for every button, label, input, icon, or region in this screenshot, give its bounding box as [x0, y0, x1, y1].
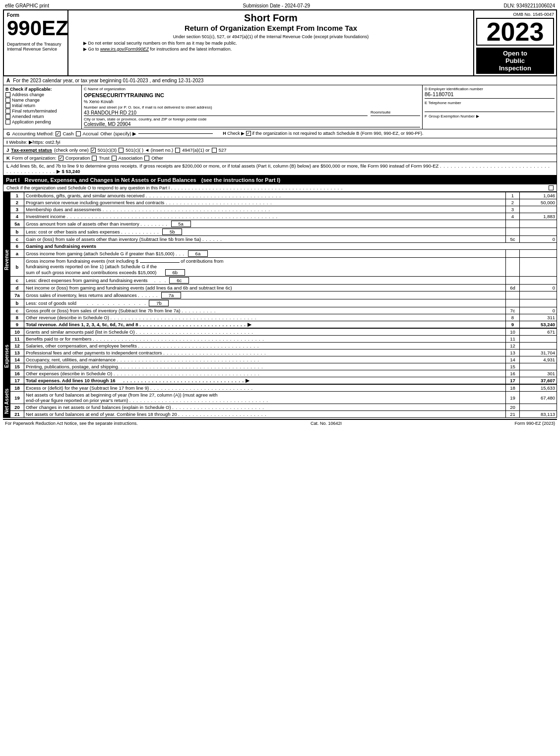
row6a-inline-ref: 6a	[188, 250, 208, 257]
expenses-section: Expenses 10 Grants and similar amounts p…	[3, 328, 557, 384]
h-checkbox[interactable]: ✓	[246, 131, 251, 136]
application-pending-label: Application pending	[12, 119, 51, 124]
row12-amount	[520, 343, 557, 349]
k-assoc-checkbox[interactable]	[112, 156, 117, 161]
c-address-value: 43 RANDOLPH RD 210	[84, 110, 368, 116]
row6b-label: Gross income from fundraising events (no…	[24, 258, 506, 277]
g-accrual-checkbox[interactable]	[76, 131, 81, 136]
e-phone-label: E Telephone number	[425, 101, 555, 105]
row6d-num: d	[10, 285, 24, 291]
initial-return-row: Initial return	[5, 103, 79, 108]
under-section: Under section 501(c), 527, or 4947(a)(1)…	[73, 34, 468, 39]
k-corporation: Corporation	[65, 155, 90, 161]
row19-amount: 67,480	[520, 392, 557, 404]
row14-label: Occupancy, rent, utilities, and maintena…	[24, 356, 506, 363]
table-row: 6 Gaming and fundraising events	[10, 243, 557, 250]
row5a-label: Gross amount from sale of assets other t…	[24, 220, 506, 228]
top-bar: efile GRAPHIC print Submission Date - 20…	[3, 2, 557, 10]
j-opt1-checkbox[interactable]: ✓	[91, 148, 96, 153]
k-other-checkbox[interactable]	[144, 156, 149, 161]
row2-ref: 2	[506, 199, 520, 206]
j-opt4-checkbox[interactable]	[212, 148, 217, 153]
j-text: Tax-exempt status	[11, 147, 52, 153]
j-opt3-checkbox[interactable]	[175, 148, 180, 153]
g-cash-checkbox[interactable]: ✓	[56, 131, 61, 136]
table-row: 13 Professional fees and other payments …	[10, 349, 557, 356]
irs-link[interactable]: www.irs.gov/Form990EZ	[100, 47, 149, 52]
table-row: 17 Total expenses. Add lines 10 through …	[10, 377, 557, 384]
c-address-label: Number and street (or P. O. box, if mail…	[84, 105, 420, 110]
row8-label: Other revenue (describe in Schedule O) .…	[24, 314, 506, 321]
table-row: 18 Excess or (deficit) for the year (Sub…	[10, 385, 557, 392]
b-label: B Check if applicable:	[5, 87, 79, 92]
part1-check-checkbox[interactable]	[549, 185, 554, 190]
j-opt2-checkbox[interactable]	[119, 148, 124, 153]
row4-num: 4	[10, 213, 24, 220]
row10-ref: 10	[506, 329, 520, 336]
row6d-ref: 6d	[506, 285, 520, 291]
row11-num: 11	[10, 336, 24, 343]
f-label: F	[425, 114, 427, 118]
row6-num: 6	[10, 243, 24, 250]
open-to-label: Open to	[477, 50, 553, 57]
name-change-checkbox[interactable]	[5, 98, 10, 103]
paperwork-note: For Paperwork Reduction Act Notice, see …	[5, 421, 138, 426]
application-pending-checkbox[interactable]	[5, 119, 10, 124]
revenue-table: 1 Contributions, gifts, grants, and simi…	[10, 192, 557, 328]
f-arrow: ▶	[476, 114, 479, 118]
amended-return-checkbox[interactable]	[5, 114, 10, 119]
row6a-amount	[520, 250, 557, 258]
initial-return-label: Initial return	[12, 103, 35, 108]
row15-amount	[520, 363, 557, 370]
row3-amount	[520, 206, 557, 213]
row1-ref: 1	[506, 192, 520, 199]
row7b-amount	[520, 299, 557, 307]
net-assets-side-label: Net Assets	[3, 384, 10, 418]
table-row: c Gain or (loss) from sale of assets oth…	[10, 236, 557, 243]
final-return-checkbox[interactable]	[5, 109, 10, 114]
row15-label: Printing, publications, postage, and shi…	[24, 363, 506, 370]
row20-num: 20	[10, 404, 24, 411]
initial-return-checkbox[interactable]	[5, 103, 10, 108]
table-row: 14 Occupancy, rent, utilities, and maint…	[10, 356, 557, 363]
row5b-ref	[506, 228, 520, 236]
row14-num: 14	[10, 356, 24, 363]
row13-num: 13	[10, 349, 24, 356]
j-opt3: 4947(a)(1) or	[182, 147, 209, 153]
open-to-public: Open to Public Inspection	[476, 48, 554, 74]
revenue-section: Revenue 1 Contributions, gifts, grants, …	[3, 192, 557, 328]
g-label: G	[6, 131, 10, 136]
table-row: 5a Gross amount from sale of assets othe…	[10, 220, 557, 228]
address-change-label: Address change	[12, 92, 44, 97]
k-trust-checkbox[interactable]	[92, 156, 97, 161]
bcdef-section: B Check if applicable: Address change Na…	[3, 85, 557, 129]
row14-ref: 14	[506, 356, 520, 363]
cat-no: Cat. No. 10642I	[311, 421, 342, 426]
part1-check-note: Check if the organization used Schedule …	[6, 185, 343, 190]
k-text: Form of organization:	[12, 155, 57, 161]
k-other: Other	[151, 155, 163, 161]
application-pending-row: Application pending	[5, 119, 79, 124]
row18-label: Excess or (deficit) for the year (Subtra…	[24, 385, 506, 392]
table-row: c Less: direct expenses from gaming and …	[10, 277, 557, 285]
row6a-label: Gross income from gaming (attach Schedul…	[24, 250, 506, 258]
row20-ref: 20	[506, 404, 520, 411]
row15-ref: 15	[506, 363, 520, 370]
row6a-ref	[506, 250, 520, 258]
section-c: C Name of organization OPENSECURITYTRAIN…	[82, 85, 423, 129]
j-check-one: (check only one)	[54, 147, 89, 153]
k-row: K Form of organization: ✓ Corporation Tr…	[3, 154, 557, 162]
row18-amount: 15,633	[520, 385, 557, 392]
table-row: 21 Net assets or fund balances at end of…	[10, 411, 557, 418]
k-corp-checkbox[interactable]: ✓	[59, 156, 63, 161]
h-label: H	[223, 131, 226, 136]
address-change-checkbox[interactable]	[5, 92, 10, 97]
part1-header: Part I Revenue, Expenses, and Changes in…	[3, 175, 557, 184]
f-group-row: F Group Exemption Number ▶	[425, 114, 555, 118]
row2-num: 2	[10, 199, 24, 206]
row11-label: Benefits paid to or for members . . . . …	[24, 336, 506, 343]
i-text: Website: ▶https: ost2.fyi	[9, 139, 60, 145]
row17-label: Total expenses. Add lines 10 through 16 …	[24, 377, 506, 384]
efile-label: efile GRAPHIC print	[5, 3, 49, 8]
row5a-num: 5a	[10, 220, 24, 228]
